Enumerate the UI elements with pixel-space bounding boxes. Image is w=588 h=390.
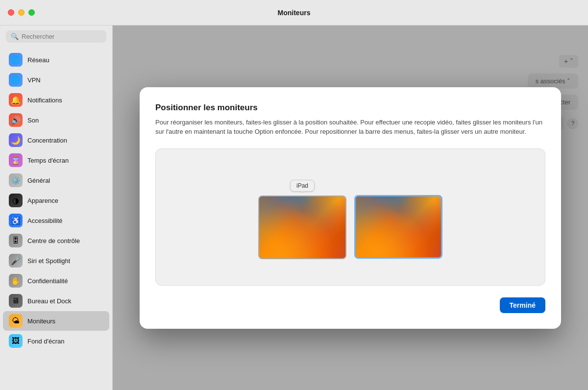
sidebar-item-general[interactable]: ⚙️Général — [3, 171, 109, 190]
monitor-1-wrapper[interactable]: iPad — [258, 180, 346, 259]
sidebar-icon-siri: 🎤 — [9, 254, 23, 268]
sidebar-label-apparence: Apparence — [27, 197, 58, 204]
modal-footer: Terminé — [155, 297, 545, 313]
sidebar-label-centre: Centre de contrôle — [27, 237, 80, 244]
close-button[interactable] — [8, 9, 14, 16]
sidebar-icon-apparence: ◑ — [9, 194, 23, 207]
sidebar-icon-fond: 🖼 — [9, 334, 23, 348]
sidebar-icon-temps-ecran: ⌛ — [9, 153, 23, 167]
monitor-2-wrapper[interactable] — [354, 195, 442, 259]
sidebar-item-reseau[interactable]: 🌐Réseau — [3, 50, 109, 70]
sidebar-icon-reseau: 🌐 — [9, 53, 23, 67]
sidebar-icon-general: ⚙️ — [9, 173, 23, 187]
search-input[interactable] — [22, 33, 101, 40]
sidebar-item-moniteurs[interactable]: 🌤Moniteurs — [3, 311, 109, 331]
monitor-arrangement-area[interactable]: iPad — [155, 148, 545, 286]
sidebar: 🔍 🌐Réseau🌐VPN🔔Notifications🔊Son🌙Concentr… — [0, 25, 113, 390]
main-content: + ˅ s associés ˄ Déconnecter ight Shift.… — [113, 25, 588, 390]
sidebar-item-bureau[interactable]: 🖥Bureau et Dock — [3, 291, 109, 311]
monitor-1-wallpaper — [259, 196, 345, 258]
sidebar-label-concentration: Concentration — [27, 137, 67, 144]
sidebar-icon-centre: 🎛 — [9, 234, 23, 247]
sidebar-icon-notifications: 🔔 — [9, 93, 23, 107]
sidebar-icon-vpn: 🌐 — [9, 73, 23, 87]
modal-dialog: Positionner les moniteurs Pour réorganis… — [140, 87, 561, 329]
title-bar: Moniteurs — [0, 0, 588, 25]
termine-button[interactable]: Terminé — [500, 297, 545, 313]
traffic-lights — [8, 9, 35, 16]
sidebar-icon-concentration: 🌙 — [9, 133, 23, 147]
sidebar-label-confidentialite: Confidentialité — [27, 277, 68, 285]
sidebar-label-bureau: Bureau et Dock — [27, 297, 72, 305]
window-body: 🔍 🌐Réseau🌐VPN🔔Notifications🔊Son🌙Concentr… — [0, 25, 588, 390]
sidebar-item-notifications[interactable]: 🔔Notifications — [3, 90, 109, 110]
monitor-2-wallpaper — [356, 196, 441, 257]
window-title: Moniteurs — [278, 9, 311, 17]
sidebar-item-concentration[interactable]: 🌙Concentration — [3, 130, 109, 150]
sidebar-label-general: Général — [27, 177, 50, 184]
sidebar-items: 🌐Réseau🌐VPN🔔Notifications🔊Son🌙Concentrat… — [0, 48, 112, 390]
sidebar-item-son[interactable]: 🔊Son — [3, 110, 109, 130]
sidebar-item-centre[interactable]: 🎛Centre de contrôle — [3, 231, 109, 250]
main-window: Moniteurs 🔍 🌐Réseau🌐VPN🔔Notifications🔊So… — [0, 0, 588, 390]
sidebar-item-fond[interactable]: 🖼Fond d'écran — [3, 331, 109, 351]
sidebar-item-temps-ecran[interactable]: ⌛Temps d'écran — [3, 150, 109, 170]
monitor-2-thumb[interactable] — [354, 195, 442, 259]
sidebar-item-siri[interactable]: 🎤Siri et Spotlight — [3, 251, 109, 270]
sidebar-item-vpn[interactable]: 🌐VPN — [3, 70, 109, 90]
search-icon: 🔍 — [11, 33, 19, 40]
sidebar-label-notifications: Notifications — [27, 97, 62, 104]
modal-description: Pour réorganiser les moniteurs, faites-l… — [155, 118, 545, 137]
sidebar-label-siri: Siri et Spotlight — [27, 257, 70, 265]
maximize-button[interactable] — [28, 9, 35, 16]
sidebar-icon-son: 🔊 — [9, 113, 23, 127]
monitor-1-thumb[interactable] — [258, 195, 346, 259]
monitor-1-label: iPad — [290, 180, 315, 192]
sidebar-label-moniteurs: Moniteurs — [27, 317, 55, 325]
sidebar-icon-moniteurs: 🌤 — [9, 314, 23, 328]
sidebar-label-vpn: VPN — [27, 76, 41, 84]
sidebar-item-confidentialite[interactable]: ✋Confidentialité — [3, 271, 109, 291]
sidebar-label-son: Son — [27, 117, 39, 124]
sidebar-icon-confidentialite: ✋ — [9, 274, 23, 288]
sidebar-label-temps-ecran: Temps d'écran — [27, 157, 69, 164]
minimize-button[interactable] — [18, 9, 24, 16]
sidebar-label-fond: Fond d'écran — [27, 338, 64, 345]
modal-title: Positionner les moniteurs — [155, 103, 545, 113]
sidebar-item-apparence[interactable]: ◑Apparence — [3, 191, 109, 210]
sidebar-label-accessibilite: Accessibilité — [27, 217, 63, 224]
search-bar[interactable]: 🔍 — [6, 30, 106, 43]
sidebar-icon-bureau: 🖥 — [9, 294, 23, 308]
sidebar-icon-accessibilite: ♿ — [9, 214, 23, 227]
modal-overlay: Positionner les moniteurs Pour réorganis… — [113, 25, 588, 390]
sidebar-item-accessibilite[interactable]: ♿Accessibilité — [3, 211, 109, 230]
sidebar-label-reseau: Réseau — [27, 56, 49, 64]
